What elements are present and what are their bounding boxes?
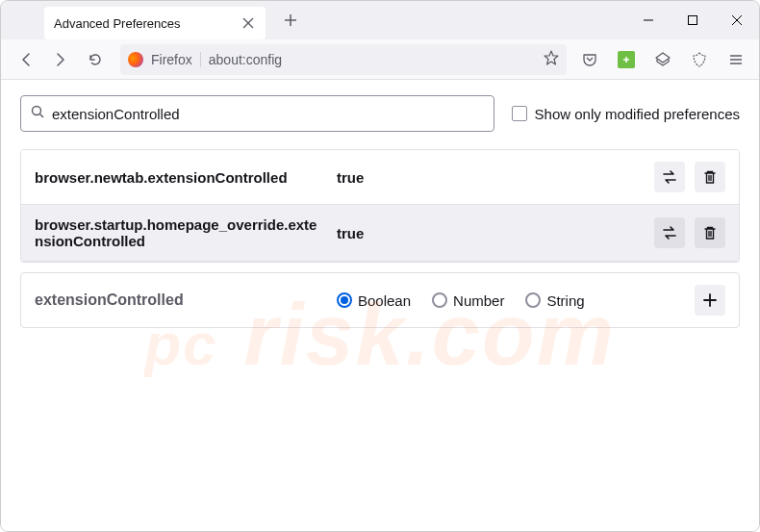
- address-bar[interactable]: Firefox about:config: [120, 44, 567, 75]
- maximize-button[interactable]: [671, 1, 715, 39]
- search-row: Show only modified preferences: [20, 95, 740, 132]
- forward-button[interactable]: [45, 44, 76, 75]
- preferences-table: browser.newtab.extensionControlled true …: [20, 149, 740, 263]
- search-input-wrap[interactable]: [20, 95, 494, 132]
- table-row: browser.startup.homepage_override.extens…: [21, 205, 739, 262]
- toggle-button[interactable]: [654, 162, 685, 192]
- type-options: Boolean Number String: [337, 292, 681, 309]
- svg-point-1: [33, 107, 41, 115]
- pref-name: browser.startup.homepage_override.extens…: [35, 216, 323, 249]
- checkbox-icon: [512, 106, 527, 121]
- search-input[interactable]: [52, 106, 484, 122]
- svg-rect-0: [689, 16, 697, 25]
- type-option-number[interactable]: Number: [432, 292, 504, 309]
- new-pref-row: extensionControlled Boolean Number Strin…: [21, 273, 739, 327]
- account-icon[interactable]: [649, 46, 676, 73]
- extension-icon[interactable]: [613, 46, 640, 73]
- table-row: browser.newtab.extensionControlled true: [21, 150, 739, 205]
- page-content: pc risk.com Show only modified preferenc…: [1, 80, 759, 531]
- url-context: Firefox: [151, 52, 201, 67]
- shield-icon[interactable]: [686, 46, 713, 73]
- add-button[interactable]: [695, 285, 725, 316]
- pref-value: true: [337, 169, 641, 186]
- window-title-bar: Advanced Preferences: [1, 1, 759, 39]
- toggle-button[interactable]: [654, 217, 685, 248]
- pocket-icon[interactable]: [576, 46, 603, 73]
- radio-icon: [432, 292, 447, 308]
- back-button[interactable]: [11, 44, 41, 75]
- new-pref-section: extensionControlled Boolean Number Strin…: [20, 272, 740, 328]
- browser-tab[interactable]: Advanced Preferences: [44, 7, 266, 39]
- close-icon[interactable]: [241, 15, 256, 31]
- bookmark-star-icon[interactable]: [544, 50, 559, 69]
- reload-button[interactable]: [80, 44, 111, 75]
- pref-name: browser.newtab.extensionControlled: [35, 169, 323, 186]
- checkbox-label: Show only modified preferences: [535, 106, 740, 122]
- close-window-button[interactable]: [715, 1, 759, 39]
- toolbar-icons: [576, 46, 749, 73]
- firefox-icon: [128, 52, 143, 67]
- type-option-boolean[interactable]: Boolean: [337, 292, 411, 309]
- row-actions: [654, 162, 725, 192]
- new-tab-button[interactable]: [277, 7, 304, 34]
- radio-icon: [525, 292, 541, 308]
- row-actions: [654, 217, 725, 248]
- radio-icon: [337, 292, 352, 308]
- modified-only-checkbox[interactable]: Show only modified preferences: [512, 106, 740, 122]
- tab-title: Advanced Preferences: [54, 16, 241, 31]
- search-icon: [31, 105, 44, 122]
- url-text: about:config: [209, 52, 536, 67]
- type-option-string[interactable]: String: [525, 292, 584, 309]
- minimize-button[interactable]: [626, 1, 671, 39]
- menu-icon[interactable]: [722, 46, 749, 73]
- navigation-toolbar: Firefox about:config: [1, 39, 759, 80]
- delete-button[interactable]: [695, 162, 725, 192]
- pref-value: true: [337, 225, 641, 241]
- window-controls: [626, 1, 759, 39]
- new-pref-name: extensionControlled: [35, 291, 323, 309]
- delete-button[interactable]: [695, 217, 725, 248]
